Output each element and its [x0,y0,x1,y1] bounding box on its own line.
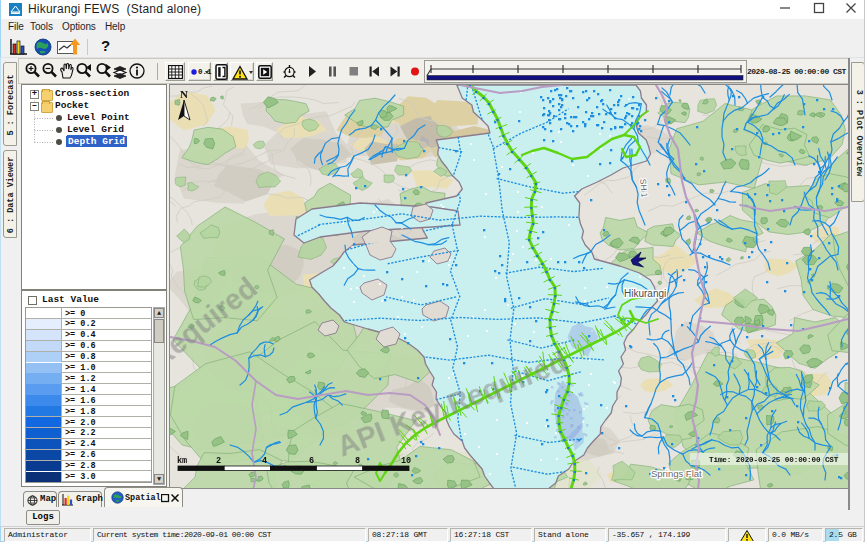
svg-text:SH 1: SH 1 [638,178,650,198]
svg-text:km: km [177,456,187,466]
svg-text:Time: 2020-08-25 00:00:00 CST: Time: 2020-08-25 00:00:00 CST [709,456,839,464]
svg-text:8: 8 [355,456,360,466]
svg-text:2: 2 [216,456,221,466]
svg-text:Hikurangi: Hikurangi [624,288,666,299]
svg-text:10: 10 [401,456,411,466]
svg-text:N: N [180,88,188,100]
svg-text:6: 6 [309,456,314,466]
svg-text:4: 4 [262,456,267,466]
svg-text:Springs Flat: Springs Flat [651,468,702,479]
